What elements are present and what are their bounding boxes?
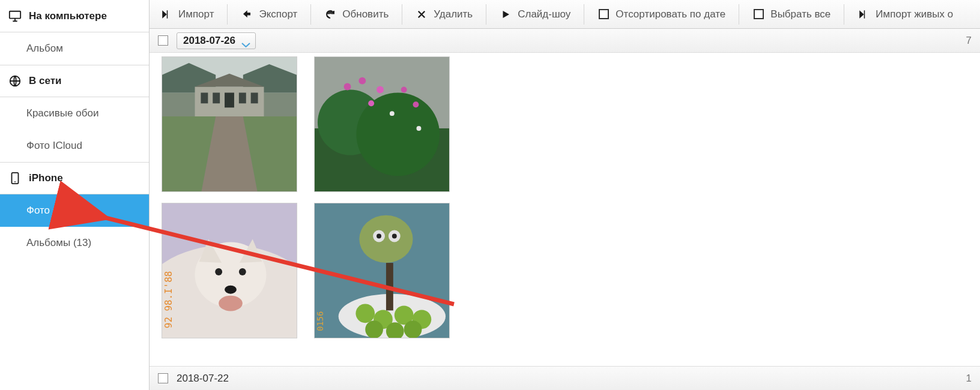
svg-point-47 bbox=[355, 304, 375, 323]
sidebar-section-iphone[interactable]: iPhone bbox=[0, 162, 149, 194]
date-group-header: 2018-07-22 1 bbox=[150, 366, 980, 390]
photo-grid: 92 98.I'88 bbox=[150, 53, 980, 366]
sidebar-section-label: iPhone bbox=[29, 172, 63, 184]
delete-icon bbox=[416, 8, 428, 20]
svg-rect-12 bbox=[225, 92, 234, 107]
toolbar-separator bbox=[844, 4, 844, 25]
toolbar-slideshow[interactable]: Слайд-шоу bbox=[489, 0, 581, 28]
toolbar-delete[interactable]: Удалить bbox=[405, 0, 483, 28]
group-checkbox[interactable] bbox=[158, 35, 168, 46]
svg-text:0156: 0156 bbox=[315, 311, 325, 331]
date-label: 2018-07-26 bbox=[183, 35, 235, 47]
play-icon bbox=[500, 8, 512, 20]
sidebar-item-label: Фото ICloud bbox=[26, 140, 82, 152]
chevron-down-icon bbox=[241, 38, 250, 43]
toolbar-import[interactable]: Импорт bbox=[150, 0, 225, 28]
globe-icon bbox=[8, 74, 22, 88]
sidebar: На компьютере Альбом В сети Красивые обо… bbox=[0, 0, 150, 390]
checkbox-icon bbox=[752, 8, 764, 20]
sidebar-item-album[interactable]: Альбом bbox=[0, 32, 149, 65]
svg-point-53 bbox=[404, 320, 422, 338]
toolbar-separator bbox=[739, 4, 739, 25]
group-count: 7 bbox=[966, 35, 972, 47]
export-icon bbox=[241, 8, 253, 20]
toolbar-separator bbox=[310, 4, 311, 25]
svg-point-3 bbox=[14, 181, 16, 182]
svg-point-28 bbox=[390, 111, 395, 116]
sidebar-item-photos[interactable]: Фото (5251) bbox=[0, 194, 149, 227]
toolbar-selectall[interactable]: Выбрать все bbox=[742, 0, 841, 28]
toolbar-label: Слайд-шоу bbox=[518, 8, 570, 20]
refresh-icon bbox=[324, 8, 336, 20]
group-checkbox[interactable] bbox=[158, 373, 168, 383]
toolbar-separator bbox=[584, 4, 584, 25]
toolbar-refresh[interactable]: Обновить bbox=[313, 0, 399, 28]
svg-point-26 bbox=[401, 87, 407, 93]
toolbar-label: Отсортировать по дате bbox=[616, 8, 725, 20]
toolbar-sortbydate[interactable]: Отсортировать по дате bbox=[587, 0, 736, 28]
svg-rect-14 bbox=[251, 92, 258, 103]
sidebar-item-albums[interactable]: Альбомы (13) bbox=[0, 227, 149, 259]
sidebar-item-label: Красивые обои bbox=[26, 107, 98, 119]
toolbar-label: Выбрать все bbox=[770, 8, 830, 20]
sidebar-section-computer[interactable]: На компьютере bbox=[0, 0, 149, 32]
photo-thumbnail[interactable]: 92 98.I'88 bbox=[162, 203, 297, 338]
toolbar: Импорт Экспорт Обновить bbox=[150, 0, 980, 29]
svg-rect-11 bbox=[213, 92, 220, 103]
svg-point-29 bbox=[416, 126, 421, 131]
toolbar-label: Экспорт bbox=[259, 8, 297, 20]
date-group-header: 2018-07-26 7 bbox=[150, 29, 980, 53]
checkbox-icon bbox=[597, 8, 609, 20]
svg-point-35 bbox=[215, 268, 222, 275]
sidebar-item-label: Фото (5251) bbox=[26, 205, 82, 217]
svg-text:92 98.I'88: 92 98.I'88 bbox=[163, 271, 174, 328]
toolbar-separator bbox=[227, 4, 228, 25]
toolbar-livephotos[interactable]: Импорт живых о bbox=[847, 0, 964, 28]
svg-point-51 bbox=[365, 320, 383, 338]
sidebar-section-label: На компьютере bbox=[29, 10, 107, 22]
toolbar-label: Удалить bbox=[434, 8, 473, 20]
svg-point-41 bbox=[359, 215, 413, 263]
sidebar-item-label: Альбом bbox=[26, 43, 63, 55]
svg-rect-0 bbox=[10, 11, 20, 18]
photo-thumbnail[interactable] bbox=[314, 56, 450, 192]
svg-point-44 bbox=[377, 234, 381, 239]
svg-point-45 bbox=[392, 234, 397, 239]
import-icon bbox=[858, 8, 870, 20]
svg-point-25 bbox=[368, 100, 374, 106]
toolbar-separator bbox=[402, 4, 402, 25]
sidebar-item-wallpapers[interactable]: Красивые обои bbox=[0, 97, 149, 130]
import-icon bbox=[160, 8, 172, 20]
svg-point-37 bbox=[225, 286, 237, 294]
svg-point-38 bbox=[219, 296, 243, 311]
sidebar-section-label: В сети bbox=[29, 75, 61, 87]
sidebar-item-icloud[interactable]: Фото ICloud bbox=[0, 130, 149, 162]
svg-rect-13 bbox=[239, 92, 246, 103]
group-count: 1 bbox=[966, 373, 972, 385]
photo-thumbnail[interactable] bbox=[162, 56, 297, 192]
toolbar-separator bbox=[486, 4, 486, 25]
svg-rect-54 bbox=[386, 263, 393, 310]
toolbar-export[interactable]: Экспорт bbox=[230, 0, 308, 28]
svg-point-24 bbox=[377, 86, 384, 94]
sidebar-item-label: Альбомы (13) bbox=[26, 237, 91, 249]
svg-point-22 bbox=[344, 83, 351, 91]
monitor-icon bbox=[8, 10, 22, 23]
date-label: 2018-07-22 bbox=[177, 373, 229, 385]
svg-point-27 bbox=[413, 101, 419, 107]
svg-rect-10 bbox=[201, 92, 208, 103]
svg-point-36 bbox=[239, 268, 246, 275]
main-area: Импорт Экспорт Обновить bbox=[150, 0, 980, 390]
toolbar-label: Обновить bbox=[342, 8, 389, 20]
toolbar-label: Импорт живых о bbox=[876, 8, 953, 20]
photo-thumbnail[interactable]: 0156 bbox=[314, 203, 450, 338]
date-dropdown[interactable]: 2018-07-26 bbox=[177, 32, 256, 49]
sidebar-section-online[interactable]: В сети bbox=[0, 65, 149, 97]
svg-point-23 bbox=[358, 77, 366, 85]
toolbar-label: Импорт bbox=[178, 8, 214, 20]
phone-icon bbox=[8, 172, 22, 185]
